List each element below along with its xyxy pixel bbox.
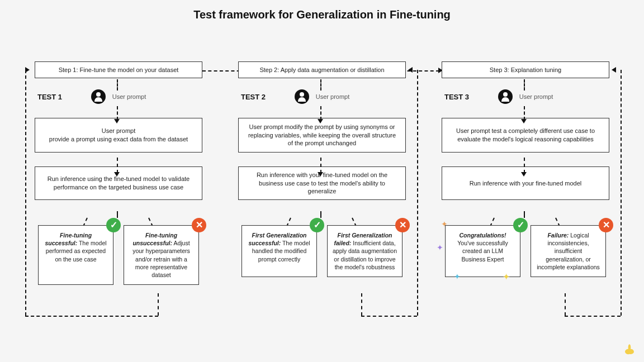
- cross-icon: ✕: [599, 218, 613, 232]
- connector: [320, 211, 321, 218]
- arrow-icon: [521, 119, 527, 123]
- diagram-title: Test framework for Generalization in Fin…: [0, 8, 644, 21]
- check-icon: ✓: [106, 218, 121, 232]
- connector: [117, 106, 118, 120]
- arrow-icon: [114, 172, 120, 177]
- loopback-3: [565, 293, 566, 316]
- outcomes-1: ✓ Fine-tuning successful: The model perf…: [35, 225, 202, 285]
- outcome-success-2: ✓ First Generalization successful: The m…: [242, 225, 317, 277]
- check-icon: ✓: [310, 218, 324, 232]
- test2-label: TEST 2: [241, 93, 266, 101]
- user-prompt-label: User prompt: [112, 93, 146, 100]
- connector: [117, 211, 118, 218]
- test3-label: TEST 3: [444, 93, 469, 101]
- user-prompt-label: User prompt: [316, 93, 350, 100]
- connector: [524, 158, 525, 173]
- star-icon: ✦: [441, 219, 448, 230]
- outcome-failure-2: ✕ First Generalization failed: Insuffici…: [327, 225, 402, 277]
- connector: [320, 158, 321, 173]
- step3-header: Step 3: Explanation tuning: [442, 61, 609, 78]
- step1-header: Step 1: Fine-tune the model on your data…: [35, 61, 202, 78]
- test1-label: TEST 1: [37, 93, 62, 101]
- user-prompt-label: User prompt: [519, 93, 553, 100]
- connector: [117, 79, 118, 90]
- loopback-3: [621, 70, 622, 316]
- failure-title-3: Failure:: [547, 232, 569, 239]
- arrow-icon: [612, 67, 616, 73]
- test1-row: TEST 1 User prompt: [35, 89, 202, 104]
- success-body-3: You've successfully created an LLM Busin…: [457, 240, 508, 262]
- test3-row: TEST 3 User prompt: [442, 89, 609, 104]
- arrow-icon: [318, 172, 323, 177]
- column-test3: Step 3: Explanation tuning TEST 3 User p…: [441, 61, 610, 285]
- column-test2: Step 2: Apply data augmentation or disti…: [237, 61, 407, 285]
- test2-row: TEST 2 User prompt: [238, 89, 406, 104]
- inference-box-2: Run inference with your fine-tuned model…: [238, 166, 406, 200]
- connector: [524, 106, 525, 120]
- user-icon: [295, 89, 309, 104]
- failure-title-1: Fine-tuning unsuccessful:: [132, 232, 177, 246]
- cross-icon: ✕: [192, 218, 206, 232]
- star-icon: ✦: [437, 242, 443, 253]
- inference-box-1: Run inference using the fine-tuned model…: [35, 166, 202, 200]
- loopback-3: [565, 316, 621, 317]
- star-icon: ✦: [454, 272, 461, 282]
- columns-container: Step 1: Fine-tune the model on your data…: [34, 61, 610, 285]
- loopback-2: [361, 316, 417, 317]
- connector: [524, 211, 525, 218]
- cross-icon: ✕: [395, 218, 410, 232]
- connector: [320, 79, 321, 90]
- loopback-2: [361, 293, 362, 316]
- user-icon: [498, 89, 513, 104]
- inference-box-3: Run inference with your fine-tuned model: [442, 166, 609, 200]
- outcome-failure-3: ✕ Failure: Logical inconsistencies, insu…: [531, 225, 606, 277]
- arrow-icon: [408, 67, 413, 73]
- outcome-success-1: ✓ Fine-tuning successful: The model perf…: [38, 225, 113, 285]
- outcomes-2: ✓ First Generalization successful: The m…: [238, 225, 406, 277]
- outcome-failure-1: ✕ Fine-tuning unsuccessful: Adjust your …: [124, 225, 199, 285]
- connector: [524, 79, 525, 90]
- star-icon: ✦: [503, 271, 510, 283]
- connector: [320, 106, 321, 120]
- brand-logo-icon: [622, 343, 637, 359]
- success-title-3: Congratulations!: [460, 232, 506, 239]
- loopback-2: [417, 70, 418, 316]
- arrow-icon: [25, 67, 30, 73]
- arrow-icon: [318, 119, 323, 123]
- loopback-1: [158, 293, 159, 316]
- failure-body-3: Logical inconsistencies, insufficient ge…: [537, 232, 600, 270]
- loopback-1: [25, 316, 158, 317]
- column-test1: Step 1: Fine-tune the model on your data…: [34, 61, 203, 285]
- arrow-icon: [114, 119, 120, 123]
- user-icon: [91, 89, 106, 104]
- step2-header: Step 2: Apply data augmentation or disti…: [238, 61, 406, 78]
- arrow-icon: [521, 172, 527, 177]
- connector: [117, 158, 118, 173]
- outcome-success-3: ✓ ✦ ✦ ✦ ✦ Congratulations! You've succes…: [445, 225, 520, 277]
- check-icon: ✓: [513, 218, 528, 232]
- outcomes-3: ✓ ✦ ✦ ✦ ✦ Congratulations! You've succes…: [442, 225, 609, 277]
- loopback-1: [25, 70, 26, 316]
